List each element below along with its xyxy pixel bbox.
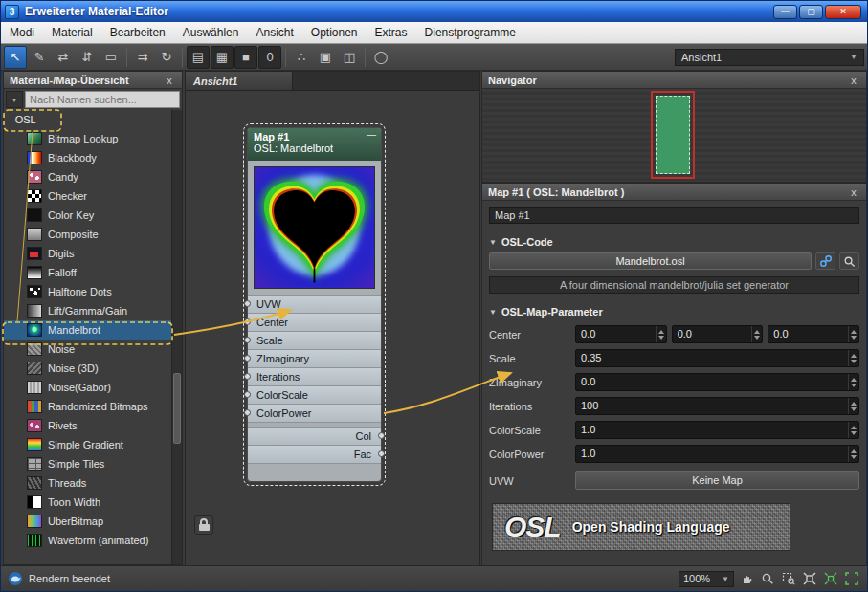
- slot-pin[interactable]: [244, 337, 251, 343]
- scrollbar-thumb[interactable]: [173, 373, 181, 444]
- zoom-extents-icon[interactable]: [800, 570, 818, 588]
- colorscale-field[interactable]: 1.0: [575, 421, 859, 439]
- list-item-waveform-animated[interactable]: Waveform (animated): [4, 531, 171, 550]
- spinner[interactable]: [656, 326, 666, 342]
- osl-map-parameter-section-header[interactable]: ▼ OSL-Map-Parameter: [489, 304, 859, 319]
- close-icon[interactable]: x: [847, 186, 860, 198]
- menu-item-extras[interactable]: Extras: [367, 22, 416, 43]
- list-item-digits[interactable]: Digits: [4, 244, 171, 263]
- navigator-canvas[interactable]: [482, 89, 866, 182]
- input-slot-uvw[interactable]: UVW: [248, 296, 381, 314]
- spinner[interactable]: [848, 398, 858, 414]
- pan-hand-icon[interactable]: [737, 570, 755, 588]
- slot-pin[interactable]: [244, 355, 251, 362]
- zimaginary-field[interactable]: 0.0: [575, 373, 859, 391]
- list-item-uberbitmap[interactable]: UberBitmap: [4, 512, 171, 531]
- pan-tool-icon[interactable]: ◯: [369, 46, 392, 69]
- show-checker-icon[interactable]: ■: [234, 46, 257, 69]
- output-slot-fac[interactable]: Fac: [248, 446, 381, 464]
- menu-item-ansicht[interactable]: Ansicht: [247, 22, 301, 43]
- map-name-field[interactable]: Map #1: [489, 207, 859, 224]
- input-slot-colorpower[interactable]: ColorPower: [248, 405, 381, 423]
- slot-pin[interactable]: [378, 450, 385, 457]
- scale-field[interactable]: 0.35: [575, 349, 859, 367]
- browser-scrollbar[interactable]: [171, 110, 182, 564]
- menu-item-dienstprogramme[interactable]: Dienstprogramme: [416, 22, 524, 43]
- spinner[interactable]: [848, 374, 858, 390]
- slot-pin[interactable]: [244, 300, 251, 307]
- link-icon[interactable]: [815, 252, 835, 270]
- list-item-falloff[interactable]: Falloff: [4, 263, 171, 282]
- menu-item-modi[interactable]: Modi: [1, 22, 43, 43]
- tree-root-osl[interactable]: - OSL: [4, 110, 171, 129]
- list-item-halftone-dots[interactable]: Halftone Dots: [4, 282, 171, 301]
- show-grid-icon[interactable]: ▤: [187, 46, 210, 69]
- menu-item-optionen[interactable]: Optionen: [302, 22, 367, 43]
- assign-to-selection-icon[interactable]: ⇄: [52, 46, 75, 69]
- put-to-library-icon[interactable]: ⇵: [76, 46, 99, 69]
- iterations-field[interactable]: 100: [575, 397, 859, 415]
- slot-pin[interactable]: [244, 373, 251, 380]
- list-item-simple-gradient[interactable]: Simple Gradient: [4, 435, 171, 454]
- view-selector-dropdown[interactable]: Ansicht1 ▼: [675, 49, 864, 66]
- spinner[interactable]: [848, 446, 858, 462]
- minimize-button[interactable]: —: [773, 5, 797, 19]
- list-item-rivets[interactable]: Rivets: [4, 416, 171, 435]
- uvw-map-button[interactable]: Keine Map: [575, 471, 859, 490]
- update-previews-icon[interactable]: ↻: [155, 46, 178, 69]
- zoom-extents-selected-icon[interactable]: [821, 570, 839, 588]
- close-icon[interactable]: x: [163, 75, 176, 86]
- menu-item-auswaehlen[interactable]: Auswählen: [174, 22, 248, 43]
- list-item-checker[interactable]: Checker: [4, 186, 171, 206]
- list-item-toon-width[interactable]: Toon Width: [4, 493, 171, 512]
- list-item-blackbody[interactable]: Blackbody: [4, 148, 171, 167]
- list-item-candy[interactable]: Candy: [4, 167, 171, 186]
- input-slot-zimaginary[interactable]: ZImaginary: [248, 350, 381, 368]
- node-header[interactable]: Map #1 OSL: Mandelbrot —: [248, 128, 381, 161]
- layout-all-icon[interactable]: ▣: [314, 46, 337, 69]
- spinner[interactable]: [848, 350, 858, 366]
- slot-pin[interactable]: [378, 432, 385, 439]
- list-item-threads[interactable]: Threads: [4, 473, 171, 493]
- osl-file-button[interactable]: Mandelbrot.osl: [489, 252, 812, 270]
- search-input[interactable]: [25, 91, 180, 108]
- center-y-field[interactable]: 0.0: [672, 325, 764, 343]
- list-item-simple-tiles[interactable]: Simple Tiles: [4, 454, 171, 473]
- center-z-field[interactable]: 0.0: [768, 325, 859, 343]
- tab-ansicht1[interactable]: Ansicht1: [186, 72, 293, 90]
- delete-selected-icon[interactable]: ▭: [100, 46, 122, 69]
- input-slot-center[interactable]: Center: [248, 314, 381, 332]
- zoom-level-dropdown[interactable]: 100% ▼: [679, 571, 734, 587]
- pick-material-icon[interactable]: ✎: [28, 46, 51, 69]
- maximize-button[interactable]: ▢: [799, 5, 823, 19]
- input-slot-iterations[interactable]: Iterations: [248, 368, 381, 386]
- input-slot-colorscale[interactable]: ColorScale: [248, 386, 381, 405]
- colorpower-field[interactable]: 1.0: [575, 445, 859, 463]
- list-item-bitmap-lookup[interactable]: Bitmap Lookup: [4, 129, 171, 148]
- list-item-noise[interactable]: Noise: [4, 340, 171, 359]
- node-minimize-icon[interactable]: —: [367, 129, 376, 140]
- slot-pin[interactable]: [244, 409, 251, 416]
- list-item-composite[interactable]: Composite: [4, 225, 171, 244]
- close-button[interactable]: ✕: [825, 5, 861, 19]
- show-background-icon[interactable]: ▦: [211, 46, 234, 69]
- list-item-randomized-bitmaps[interactable]: Randomized Bitmaps: [4, 397, 171, 416]
- search-icon[interactable]: [839, 252, 859, 270]
- lock-icon[interactable]: [194, 515, 213, 535]
- hide-unused-nodeslots-icon[interactable]: ∴: [290, 46, 313, 69]
- layout-children-icon[interactable]: ◫: [338, 46, 361, 69]
- menu-item-material[interactable]: Material: [43, 22, 101, 43]
- osl-code-section-header[interactable]: ▼ OSL-Code: [489, 234, 859, 250]
- center-x-field[interactable]: 0.0: [575, 325, 667, 343]
- select-tool-icon[interactable]: ↖: [4, 46, 27, 69]
- list-item-mandelbrot[interactable]: Mandelbrot: [4, 320, 171, 340]
- zoom-region-icon[interactable]: [779, 570, 797, 588]
- list-item-lift-gamma-gain[interactable]: Lift/Gamma/Gain: [4, 301, 171, 320]
- spinner[interactable]: [848, 326, 858, 342]
- input-slot-scale[interactable]: Scale: [248, 332, 381, 350]
- list-item-color-key[interactable]: Color Key: [4, 206, 171, 225]
- spinner[interactable]: [848, 422, 858, 438]
- filter-dropdown-icon[interactable]: ▼: [6, 91, 23, 108]
- slot-pin[interactable]: [244, 318, 251, 325]
- maximize-viewport-icon[interactable]: [842, 570, 860, 588]
